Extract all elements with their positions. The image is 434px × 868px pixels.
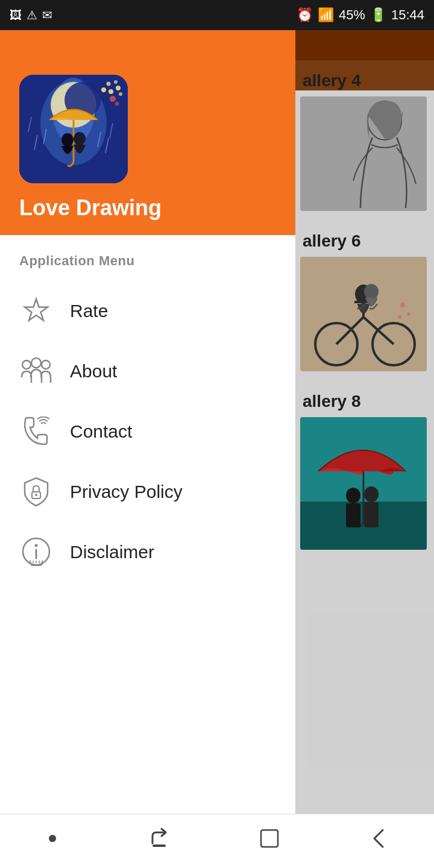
svg-rect-58	[261, 830, 278, 847]
nav-bar	[0, 814, 434, 868]
email-icon: ✉	[42, 8, 52, 22]
svg-point-43	[110, 96, 116, 102]
network-icon: 📶	[318, 7, 334, 23]
privacy-label: Privacy Policy	[70, 482, 183, 502]
svg-point-46	[31, 358, 41, 368]
contact-label: Contact	[70, 421, 132, 442]
svg-point-29	[61, 133, 74, 146]
photo-icon: 🖼	[10, 8, 22, 22]
back-icon[interactable]	[366, 825, 392, 857]
svg-point-40	[107, 82, 111, 86]
drawer-body: Application Menu Rate	[0, 235, 295, 868]
people-icon	[19, 354, 53, 388]
svg-point-47	[42, 360, 50, 369]
svg-point-38	[108, 89, 113, 94]
menu-item-rate[interactable]: Rate	[0, 281, 295, 341]
svg-point-52	[35, 544, 38, 547]
recent-apps-icon[interactable]	[146, 825, 173, 857]
rate-label: Rate	[70, 301, 108, 321]
drawer-header: Love Drawing	[0, 30, 295, 235]
menu-item-contact[interactable]: Contact	[0, 401, 295, 462]
home-icon[interactable]	[256, 825, 283, 857]
status-right: ⏰ 📶 45% 🔋 15:44	[297, 7, 424, 23]
svg-point-37	[101, 87, 106, 92]
contact-icon	[19, 415, 53, 448]
menu-section-label: Application Menu	[0, 247, 295, 281]
svg-point-44	[115, 102, 119, 106]
clock: 15:44	[391, 7, 424, 23]
status-bar: 🖼 ⚠ ✉ ⏰ 📶 45% 🔋 15:44	[0, 0, 434, 30]
svg-point-49	[35, 494, 37, 496]
status-left-icons: 🖼 ⚠ ✉	[10, 8, 52, 22]
about-label: About	[70, 361, 117, 382]
app-name: Love Drawing	[19, 195, 162, 221]
menu-item-disclaimer[interactable]: Disclaimer	[0, 522, 295, 582]
svg-point-39	[116, 86, 121, 90]
svg-point-45	[22, 360, 31, 369]
dot-nav-icon[interactable]	[42, 828, 63, 855]
disclaimer-icon	[19, 535, 53, 569]
alarm-icon: ⏰	[297, 7, 313, 23]
menu-item-about[interactable]: About	[0, 341, 295, 401]
battery-text: 45%	[339, 7, 365, 23]
svg-point-30	[74, 132, 86, 145]
svg-point-56	[49, 835, 56, 842]
shield-icon	[19, 475, 53, 509]
svg-point-41	[114, 80, 118, 84]
menu-item-privacy[interactable]: Privacy Policy	[0, 462, 295, 522]
star-icon	[19, 294, 53, 328]
drawer: Love Drawing Application Menu Rate	[0, 30, 295, 868]
warning-icon: ⚠	[27, 8, 37, 22]
battery-icon: 🔋	[370, 7, 386, 23]
dim-overlay	[295, 0, 434, 838]
disclaimer-label: Disclaimer	[70, 542, 154, 562]
svg-point-42	[119, 92, 122, 96]
svg-rect-57	[153, 844, 166, 847]
app-icon	[19, 75, 128, 183]
